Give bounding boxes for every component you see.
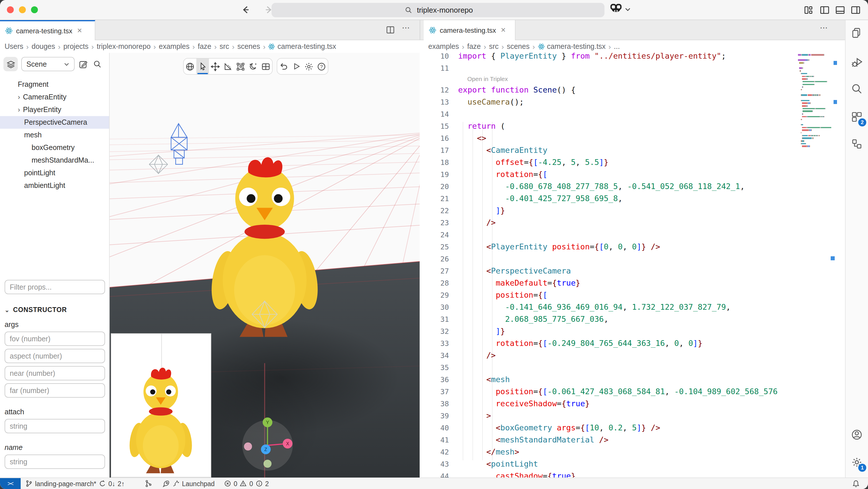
- remote-indicator[interactable]: ><: [0, 478, 21, 489]
- hierarchy-icon[interactable]: [851, 138, 863, 150]
- edit-icon[interactable]: [78, 59, 88, 69]
- git-branch-status[interactable]: landing-page-march* 0↓ 2↑: [25, 478, 125, 489]
- code-line[interactable]: 27 <PerspectiveCamera: [420, 265, 799, 277]
- code-line[interactable]: 30 -0.141_646_936_469_016_94, 1.732_122_…: [420, 301, 799, 313]
- breadcrumb-item[interactable]: src: [489, 42, 499, 51]
- breadcrumb-item[interactable]: projects: [63, 42, 89, 51]
- code-line[interactable]: 10import { PlayerEntity } from "../entit…: [420, 53, 799, 62]
- code-line[interactable]: 25 <PlayerEntity position={[0, 0, 0]} />: [420, 241, 799, 253]
- tree-item-perspectivecamera[interactable]: PerspectiveCamera: [0, 116, 109, 129]
- scene-select[interactable]: Scene: [21, 57, 74, 71]
- code-line[interactable]: 42 </mesh>: [420, 446, 799, 458]
- close-tab-icon[interactable]: ✕: [77, 27, 82, 34]
- account-icon[interactable]: [851, 429, 863, 441]
- breadcrumb-file[interactable]: camera-testing.tsx: [268, 42, 336, 51]
- split-editor-icon[interactable]: [386, 25, 395, 34]
- more-actions-icon[interactable]: ⋯: [402, 23, 410, 32]
- tab-camera-testing-left[interactable]: camera-testing.tsx ✕: [0, 20, 95, 40]
- scale-tool-icon[interactable]: [234, 59, 247, 74]
- toggle-left-sidebar-icon[interactable]: [820, 5, 830, 16]
- breadcrumb-item[interactable]: faze: [198, 42, 211, 51]
- search-input[interactable]: triplex-monorepo: [272, 3, 604, 17]
- copy-icon[interactable]: [851, 27, 863, 40]
- code-line[interactable]: 33 rotation={[-0.249_804_765_644_363_16,…: [420, 337, 799, 349]
- code-line[interactable]: 14: [420, 108, 799, 120]
- code-line[interactable]: 22 ]}: [420, 205, 799, 217]
- minimap[interactable]: [798, 54, 839, 148]
- breadcrumb-item[interactable]: examples: [428, 42, 459, 51]
- notifications-bell-icon[interactable]: [852, 478, 860, 489]
- frames-tool-icon[interactable]: [259, 59, 272, 74]
- prop-input-near[interactable]: [5, 366, 105, 380]
- gear-tool-icon[interactable]: [303, 59, 315, 74]
- back-icon[interactable]: [239, 3, 253, 17]
- profile-menu[interactable]: [610, 3, 631, 15]
- problems-status[interactable]: 0 0 2: [224, 478, 269, 489]
- moon-tool-icon[interactable]: [247, 59, 259, 74]
- code-line[interactable]: 32 ]}: [420, 325, 799, 337]
- code-line[interactable]: 31 2.068_985_775_667_036,: [420, 313, 799, 325]
- breadcrumb-item[interactable]: Users: [5, 42, 23, 51]
- code-line[interactable]: 29 position={[: [420, 289, 799, 301]
- code-line[interactable]: 40 <boxGeometry args={[10, 0.2, 5]} />: [420, 422, 799, 434]
- globe-tool-icon[interactable]: [184, 59, 196, 74]
- undo-tool-icon[interactable]: [277, 59, 290, 74]
- code-line[interactable]: 20 -0.680_678_408_277_788_5, -0.541_052_…: [420, 180, 799, 193]
- layers-icon[interactable]: [3, 57, 18, 71]
- axis-neg-y-handle[interactable]: [264, 460, 272, 468]
- prop-input-string[interactable]: [5, 455, 105, 469]
- breadcrumb-item[interactable]: scenes: [507, 42, 530, 51]
- toggle-right-sidebar-icon[interactable]: [851, 5, 861, 16]
- search-icon[interactable]: [851, 83, 863, 95]
- light-gizmo[interactable]: [148, 154, 169, 175]
- help-tool-icon[interactable]: ?: [315, 59, 328, 74]
- run-debug-icon[interactable]: [851, 56, 863, 69]
- axis-neg-x-handle[interactable]: [244, 442, 252, 451]
- cursor-tool-icon[interactable]: [196, 59, 209, 74]
- light-gizmo[interactable]: [251, 300, 278, 329]
- camera-helper-gizmo[interactable]: [165, 122, 194, 168]
- code-editor[interactable]: 10import { PlayerEntity } from "../entit…: [420, 53, 845, 478]
- code-line[interactable]: 16 <>: [420, 132, 799, 144]
- code-line[interactable]: 11: [420, 62, 799, 74]
- layout-customize-icon[interactable]: [804, 5, 814, 16]
- code-line[interactable]: 18 offset={[-4.25, 5, 5.5]}: [420, 156, 799, 168]
- chevron-right-icon[interactable]: ›: [15, 106, 23, 114]
- tab-camera-testing-right[interactable]: camera-testing.tsx ✕: [424, 20, 516, 40]
- toggle-panel-icon[interactable]: [835, 5, 846, 16]
- axis-navigation-gizmo[interactable]: Y X Z: [239, 416, 296, 474]
- move-tool-icon[interactable]: [209, 59, 222, 74]
- play-tool-icon[interactable]: [290, 59, 303, 74]
- breadcrumb-file[interactable]: camera-testing.tsx: [538, 42, 606, 51]
- code-line[interactable]: 38 receiveShadow={true}: [420, 398, 799, 410]
- breadcrumb-item[interactable]: triplex-monorepo: [97, 42, 151, 51]
- code-line[interactable]: 43 <pointLight: [420, 458, 799, 470]
- prop-input-fov[interactable]: [5, 332, 105, 346]
- git-merge-icon[interactable]: [145, 478, 152, 489]
- code-line[interactable]: 17 <CameraEntity: [420, 144, 799, 156]
- extensions-icon[interactable]: 2: [851, 111, 863, 123]
- code-line[interactable]: 36 <mesh: [420, 374, 799, 385]
- code-line[interactable]: 37 position={[-0.061_427_483_068_584_81,…: [420, 385, 799, 398]
- code-line[interactable]: 24: [420, 229, 799, 241]
- code-line[interactable]: 19 rotation={[: [420, 168, 799, 180]
- rotate-tool-icon[interactable]: [222, 59, 234, 74]
- codelens-open-in-triplex[interactable]: Open in Triplex: [420, 74, 799, 84]
- chevron-right-icon[interactable]: ›: [15, 93, 23, 101]
- code-line[interactable]: 28 makeDefault={true}: [420, 277, 799, 289]
- maximize-window-button[interactable]: [31, 6, 38, 13]
- breadcrumb-item[interactable]: ...: [614, 42, 620, 51]
- code-line[interactable]: 23 />: [420, 217, 799, 229]
- prop-input-string[interactable]: [5, 419, 105, 433]
- breadcrumb-item[interactable]: src: [220, 42, 229, 51]
- search-icon[interactable]: [92, 59, 102, 69]
- tree-item-playerentity[interactable]: ›PlayerEntity: [0, 104, 109, 116]
- tree-item-mesh[interactable]: mesh: [0, 129, 109, 141]
- breadcrumb-item[interactable]: faze: [467, 42, 481, 51]
- prop-input-aspect[interactable]: [5, 349, 105, 363]
- tree-item-ambientlight[interactable]: ambientLight: [0, 179, 109, 192]
- tree-item-boxgeometry[interactable]: boxGeometry: [0, 141, 109, 154]
- prop-input-far[interactable]: [5, 383, 105, 398]
- viewport-3d[interactable]: ? Y X Z: [110, 53, 420, 478]
- editor-more-actions-icon[interactable]: ⋯: [820, 23, 828, 32]
